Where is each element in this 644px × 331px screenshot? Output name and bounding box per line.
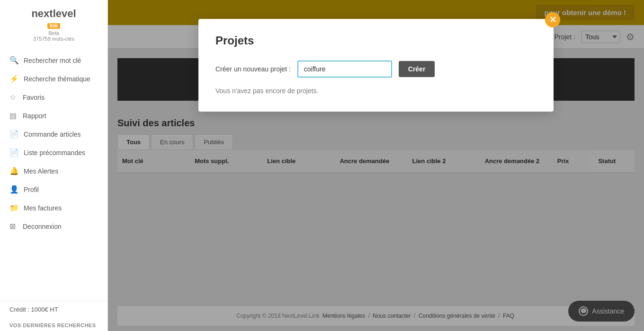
sidebar: nextlevel link Beta 375759 mots-clés 🔍 R… [0,0,108,331]
user-icon: 👤 [9,185,19,194]
sidebar-label-commande-articles: Commande articles [24,131,81,138]
main-content: pour obtenir une démo ! Projet : Tous Pr… [108,0,644,331]
chart-icon: ▤ [9,111,18,120]
logo-keywords: 375759 mots-clés [9,36,98,42]
sidebar-item-mes-alertes[interactable]: 🔔 Mes Alertes [0,162,107,180]
sidebar-last-searches: VOS DERNIÈRES RECHERCHES [0,318,107,331]
star-icon: ☆ [9,93,18,102]
doc-icon: 📄 [9,130,19,139]
sidebar-item-rapport[interactable]: ▤ Rapport [0,106,107,125]
bell-icon: 🔔 [9,166,19,175]
list-icon: 📄 [9,148,19,157]
modal-overlay: ✕ Projets Créer un nouveau projet : Crée… [108,0,644,331]
logo-link-badge: link [47,23,60,29]
sidebar-label-deconnexion: Deconnexion [23,223,62,230]
sidebar-credit: Crédit : 1000€ HT [0,301,107,318]
sidebar-item-favoris[interactable]: ☆ Favoris [0,88,107,106]
create-project-button[interactable]: Créer [399,61,435,77]
sidebar-label-profil: Profil [24,186,39,193]
sidebar-item-deconnexion[interactable]: ⊠ Deconnexion [0,217,107,235]
modal-form-label: Créer un nouveau projet : [215,65,291,73]
sidebar-item-recherche-thematique[interactable]: ⚡ Recherche thématique [0,70,107,88]
folder-icon: 📁 [9,203,19,212]
modal-form-row: Créer un nouveau projet : Créer [215,61,537,78]
logo-next: next [31,8,53,19]
sidebar-label-mes-factures: Mes factures [24,204,62,212]
logo-beta: Beta [9,30,98,36]
sidebar-label-rechercher-mot-cle: Rechercher mot clé [24,57,81,64]
new-project-input[interactable] [297,61,392,78]
logo-level: level [53,8,76,19]
sidebar-item-commande-articles[interactable]: 📄 Commande articles [0,125,107,143]
projets-modal: ✕ Projets Créer un nouveau projet : Crée… [198,19,554,112]
sidebar-item-rechercher-mot-cle[interactable]: 🔍 Rechercher mot clé [0,51,107,70]
logout-icon: ⊠ [9,222,18,231]
sidebar-label-liste-precommandes: Liste précommandes [24,149,85,157]
sidebar-item-liste-precommandes[interactable]: 📄 Liste précommandes [0,143,107,162]
sidebar-item-mes-factures[interactable]: 📁 Mes factures [0,199,107,217]
search-icon: 🔍 [9,56,19,65]
sidebar-item-profil[interactable]: 👤 Profil [0,180,107,199]
logo: nextlevel link Beta 375759 mots-clés [0,0,107,46]
sidebar-nav: 🔍 Rechercher mot clé ⚡ Recherche thémati… [0,46,107,301]
modal-title: Projets [215,34,537,47]
sidebar-label-recherche-thematique: Recherche thématique [24,75,90,83]
bolt-icon: ⚡ [9,74,19,83]
sidebar-label-favoris: Favoris [23,94,45,101]
modal-close-button[interactable]: ✕ [545,12,560,27]
no-projects-text: Vous n'avez pas encore de projets. [215,87,537,95]
sidebar-label-rapport: Rapport [23,112,46,120]
sidebar-label-mes-alertes: Mes Alertes [24,167,58,175]
